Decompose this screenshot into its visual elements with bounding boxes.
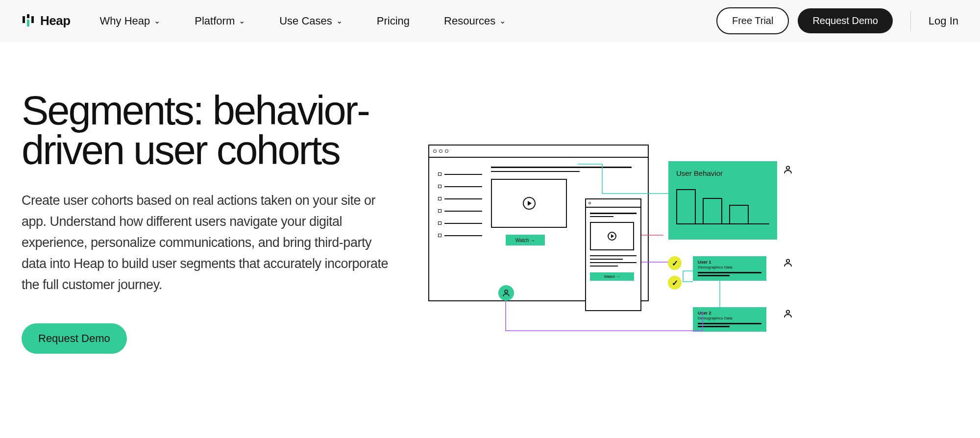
chevron-down-icon: ⌄ [336, 16, 343, 25]
hero-subtitle: Create user cohorts based on real action… [22, 190, 399, 296]
illus-user1-panel: User 1 Demographics Data [693, 256, 766, 281]
free-trial-button[interactable]: Free Trial [716, 7, 789, 34]
chevron-down-icon: ⌄ [154, 16, 160, 25]
svg-rect-2 [27, 20, 29, 26]
svg-rect-0 [23, 16, 25, 23]
nav-pricing[interactable]: Pricing [377, 15, 410, 27]
nav-platform[interactable]: Platform ⌄ [195, 15, 245, 27]
logo-icon [22, 14, 35, 28]
nav-label: Use Cases [279, 15, 332, 27]
request-demo-button[interactable]: Request Demo [798, 8, 892, 33]
nav-why-heap[interactable]: Why Heap ⌄ [100, 15, 161, 27]
play-icon [491, 179, 567, 228]
svg-point-5 [786, 166, 789, 169]
watch-badge: Watch → [590, 272, 634, 281]
svg-point-6 [786, 259, 789, 262]
check-badge: ✓ [668, 256, 682, 270]
hero-section: Segments: behavior-driven user cohorts C… [0, 42, 980, 399]
nav-use-cases[interactable]: Use Cases ⌄ [279, 15, 343, 27]
hero-content: Segments: behavior-driven user cohorts C… [22, 91, 399, 370]
nav-label: Platform [195, 15, 235, 27]
nav-label: Why Heap [100, 15, 150, 27]
illus-window-mobile: Watch → [585, 198, 641, 311]
nav-label: Pricing [377, 15, 410, 27]
watch-badge: Watch → [506, 235, 545, 245]
svg-point-4 [505, 290, 508, 293]
svg-rect-1 [27, 14, 29, 18]
hero-illustration: Watch → Watch → [428, 91, 958, 370]
main-nav: Why Heap ⌄ Platform ⌄ Use Cases ⌄ Pricin… [100, 15, 716, 27]
hero-cta-button[interactable]: Request Demo [22, 323, 127, 354]
person-icon [784, 258, 792, 267]
person-icon [784, 309, 792, 318]
main-header: Heap Why Heap ⌄ Platform ⌄ Use Cases ⌄ P… [0, 0, 980, 42]
hero-title: Segments: behavior-driven user cohorts [22, 91, 399, 170]
svg-rect-3 [31, 16, 34, 23]
nav-resources[interactable]: Resources ⌄ [444, 15, 506, 27]
logo[interactable]: Heap [22, 13, 71, 28]
illus-behavior-panel: User Behavior [668, 161, 777, 240]
chevron-down-icon: ⌄ [499, 16, 506, 25]
play-icon [590, 222, 634, 250]
person-icon [784, 165, 792, 174]
illus-user2-panel: User 2 Demographics Data [693, 307, 766, 332]
chevron-down-icon: ⌄ [239, 16, 245, 25]
nav-label: Resources [444, 15, 495, 27]
logo-text: Heap [40, 13, 71, 28]
check-badge: ✓ [668, 276, 682, 290]
header-actions: Free Trial Request Demo Log In [716, 7, 958, 34]
user-icon [498, 285, 514, 301]
divider [910, 11, 911, 31]
svg-point-7 [786, 310, 789, 313]
login-link[interactable]: Log In [929, 15, 958, 27]
